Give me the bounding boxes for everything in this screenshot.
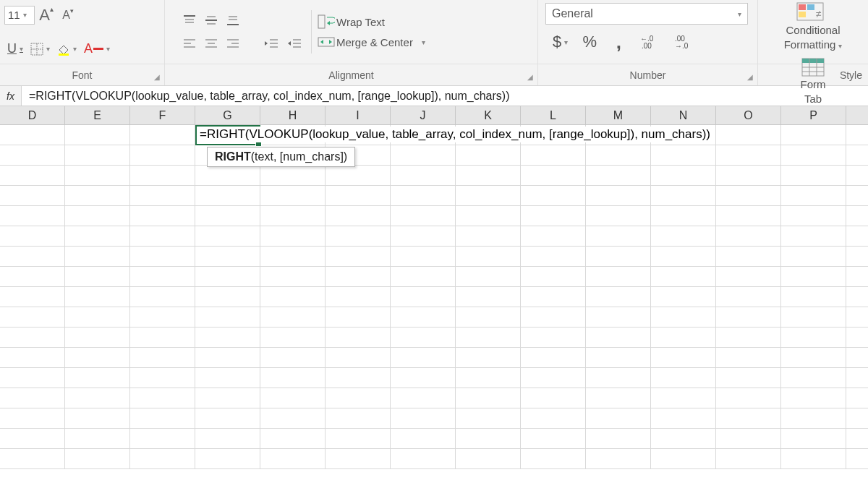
cell[interactable] [586,429,651,448]
cell[interactable] [260,186,326,205]
cell[interactable] [65,368,130,388]
cell[interactable] [391,388,456,408]
cell[interactable] [130,287,195,307]
cell[interactable] [521,307,586,327]
cell[interactable] [195,449,260,468]
cell[interactable] [326,267,391,286]
cell[interactable] [0,328,65,347]
cell[interactable] [260,206,326,226]
cell[interactable] [260,429,326,448]
col-header-H[interactable]: H [260,106,326,124]
number-format-dropdown[interactable]: General ▾ [545,3,748,25]
cell[interactable] [781,429,846,448]
cell[interactable] [326,429,391,448]
decrease-decimal-button[interactable]: .00→.0 [672,32,698,52]
cell[interactable] [0,226,65,246]
cell[interactable] [65,307,130,327]
col-header-N[interactable]: N [651,106,716,124]
cell[interactable] [586,388,651,408]
cell[interactable] [781,348,846,367]
cell[interactable] [716,267,781,286]
cell[interactable] [65,247,130,266]
cell[interactable] [716,408,781,428]
cell[interactable] [65,429,130,448]
cell[interactable] [195,287,260,307]
cell[interactable] [456,408,521,428]
cell[interactable] [521,388,586,408]
cell[interactable] [716,145,781,165]
conditional-formatting-button[interactable]: ≠ Conditional Formatting▾ [780,0,846,53]
cell[interactable] [521,226,586,246]
cell[interactable] [0,247,65,266]
cell[interactable] [586,206,651,226]
cell[interactable] [521,206,586,226]
cell[interactable] [195,166,260,185]
cell[interactable] [130,186,195,205]
cell[interactable] [130,226,195,246]
cell[interactable] [521,145,586,165]
cell[interactable] [716,368,781,388]
cell[interactable] [586,145,651,165]
cell[interactable] [651,166,716,185]
cell[interactable] [260,408,326,428]
cell[interactable] [586,307,651,327]
cell[interactable] [781,145,846,165]
cell[interactable] [846,388,868,408]
cell[interactable] [260,166,326,185]
cell[interactable] [130,449,195,468]
decrease-font-button[interactable]: A▾ [58,5,78,25]
comma-format-button[interactable]: , [608,32,629,52]
cell[interactable] [130,206,195,226]
cell[interactable] [456,348,521,367]
percent-format-button[interactable]: % [579,32,600,52]
cell[interactable] [456,368,521,388]
cell[interactable] [716,429,781,448]
decrease-indent-button[interactable] [260,33,282,53]
cell[interactable] [65,206,130,226]
cell[interactable] [846,307,868,327]
number-launcher-icon[interactable]: ◢ [747,73,753,81]
cell[interactable] [521,287,586,307]
cell[interactable] [456,206,521,226]
cell[interactable] [0,429,65,448]
cell[interactable] [0,206,65,226]
cell[interactable] [130,166,195,185]
cell[interactable] [521,429,586,448]
cell[interactable] [846,429,868,448]
cell[interactable] [716,287,781,307]
col-header-O[interactable]: O [716,106,781,124]
cell[interactable] [846,287,868,307]
cell[interactable] [716,449,781,468]
cell[interactable] [521,186,586,205]
cell[interactable] [195,368,260,388]
cell[interactable] [65,166,130,185]
cell[interactable] [65,348,130,367]
cell[interactable] [846,125,868,145]
cell[interactable] [130,125,195,145]
cell[interactable] [521,267,586,286]
cell[interactable] [65,287,130,307]
cell[interactable] [586,186,651,205]
cell[interactable] [391,328,456,347]
cell[interactable] [456,166,521,185]
cell[interactable] [195,408,260,428]
font-launcher-icon[interactable]: ◢ [154,73,160,81]
align-left-button[interactable] [179,33,200,53]
cells-area[interactable] [0,125,868,469]
col-header-L[interactable]: L [521,106,586,124]
cell[interactable] [781,328,846,347]
cell[interactable] [651,429,716,448]
cell[interactable] [391,247,456,266]
cell[interactable] [846,226,868,246]
cell[interactable] [586,368,651,388]
cell[interactable] [781,388,846,408]
cell[interactable] [456,328,521,347]
cell[interactable] [781,247,846,266]
cell[interactable] [456,226,521,246]
cell[interactable] [781,307,846,327]
cell[interactable] [65,408,130,428]
cell[interactable] [65,226,130,246]
cell[interactable] [0,368,65,388]
cell[interactable] [651,449,716,468]
cell[interactable] [846,206,868,226]
